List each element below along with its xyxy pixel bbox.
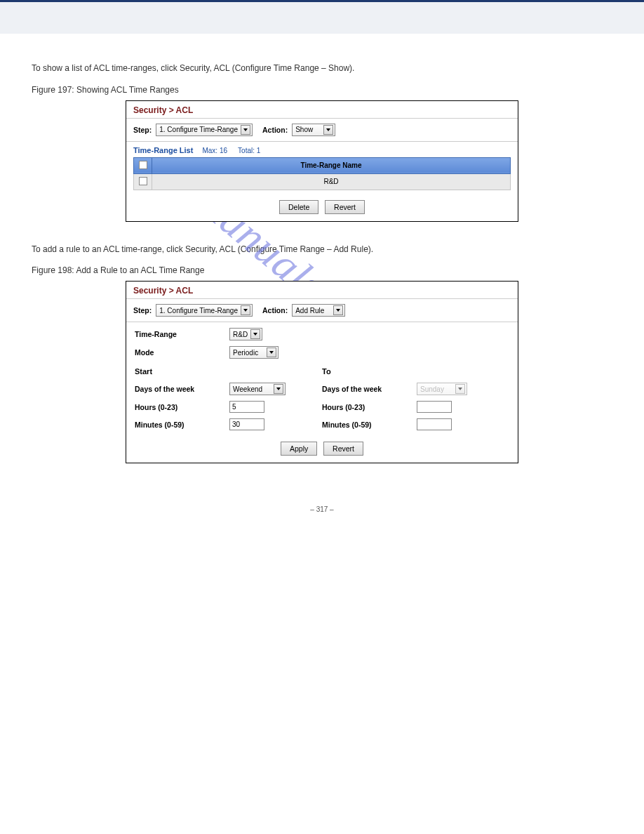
header-band: [0, 0, 644, 34]
start-dow-row: Days of the week Weekend: [135, 383, 322, 395]
to-dow-value: Sunday: [420, 385, 452, 393]
to-dow-row: Days of the week Sunday: [322, 383, 509, 395]
to-hours-label: Hours (0-23): [322, 403, 417, 411]
chevron-down-icon: [250, 329, 260, 339]
button-row-2: Apply Revert: [126, 437, 518, 463]
figure-caption-1: Figure 197: Showing ACL Time Ranges: [32, 85, 612, 95]
form-body: Time-Range R&D Mode Periodic Start Days …: [126, 322, 518, 437]
action-select-2[interactable]: Add Rule: [292, 304, 345, 317]
to-column: To Days of the week Sunday Hours (0-23) …: [322, 367, 509, 436]
to-dow-select[interactable]: Sunday: [417, 383, 467, 395]
list-total: Total: 1: [238, 147, 260, 154]
toolbar-2: Step: 1. Configure Time-Range Action: Ad…: [126, 299, 518, 322]
mode-row: Mode Periodic: [135, 346, 509, 359]
chevron-down-icon: [323, 125, 333, 135]
action-select-value-2: Add Rule: [295, 307, 330, 315]
chevron-down-icon: [333, 305, 343, 315]
instruction-para-2: To add a rule to an ACL time-range, clic…: [32, 243, 612, 256]
time-range-table: Time-Range Name R&D: [133, 157, 511, 190]
start-dow-value: Weekend: [233, 385, 271, 393]
start-hours-row: Hours (0-23): [135, 401, 322, 413]
mode-value: Periodic: [233, 349, 264, 357]
checkbox-icon: [139, 177, 147, 185]
time-range-label: Time-Range: [135, 330, 229, 338]
start-title: Start: [135, 367, 322, 376]
chevron-down-icon: [274, 384, 283, 394]
start-dow-select[interactable]: Weekend: [229, 383, 286, 395]
to-hours-input[interactable]: [417, 401, 452, 413]
to-min-label: Minutes (0-59): [322, 421, 417, 429]
screenshot-time-range-list: Security > ACL Step: 1. Configure Time-R…: [126, 100, 518, 222]
toolbar-1: Step: 1. Configure Time-Range Action: Sh…: [126, 119, 518, 142]
breadcrumb-2: Security > ACL: [126, 282, 518, 299]
col-name-header: Time-Range Name: [152, 157, 511, 173]
to-min-input[interactable]: [417, 418, 452, 430]
list-header: Time-Range List Max: 16 Total: 1: [126, 142, 518, 157]
chevron-down-icon: [267, 348, 276, 357]
row-checkbox-cell[interactable]: [134, 173, 152, 190]
revert-button[interactable]: Revert: [325, 200, 365, 214]
action-select[interactable]: Show: [292, 124, 335, 136]
start-hours-label: Hours (0-23): [135, 403, 229, 411]
page-number: – 317 –: [32, 505, 612, 513]
mode-select[interactable]: Periodic: [229, 346, 279, 359]
action-label: Action:: [262, 126, 288, 134]
to-hours-row: Hours (0-23): [322, 401, 509, 413]
instruction-para-1: To show a list of ACL time-ranges, click…: [32, 62, 612, 75]
select-all-header[interactable]: [134, 157, 152, 173]
chevron-down-icon: [241, 125, 250, 135]
row-name-cell: R&D: [152, 173, 511, 190]
step-select-value-2: 1. Configure Time-Range: [159, 307, 238, 315]
chevron-down-icon: [241, 305, 250, 315]
start-min-label: Minutes (0-59): [135, 421, 229, 429]
table-header-row: Time-Range Name: [134, 157, 511, 173]
time-range-value: R&D: [233, 331, 248, 338]
table-row: R&D: [134, 173, 511, 190]
action-label-2: Action:: [262, 306, 288, 315]
time-range-row: Time-Range R&D: [135, 328, 509, 340]
screenshot-add-rule: Security > ACL Step: 1. Configure Time-R…: [126, 281, 518, 463]
breadcrumb-1: Security > ACL: [126, 101, 518, 119]
checkbox-icon: [139, 161, 147, 169]
delete-button[interactable]: Delete: [279, 200, 318, 214]
step-select-2[interactable]: 1. Configure Time-Range: [156, 304, 253, 317]
to-title: To: [322, 367, 509, 376]
start-hours-input[interactable]: [229, 401, 264, 413]
list-max: Max: 16: [202, 147, 227, 154]
list-title: Time-Range List: [133, 146, 193, 154]
start-min-row: Minutes (0-59): [135, 418, 322, 430]
step-select[interactable]: 1. Configure Time-Range: [156, 124, 253, 136]
mode-label: Mode: [135, 348, 229, 357]
button-row-1: Delete Revert: [126, 196, 518, 221]
to-min-row: Minutes (0-59): [322, 418, 509, 430]
revert-button-2[interactable]: Revert: [323, 442, 363, 456]
start-min-input[interactable]: [229, 418, 264, 430]
start-column: Start Days of the week Weekend Hours (0-…: [135, 367, 322, 436]
chevron-down-icon: [455, 384, 465, 394]
figure-caption-2: Figure 198: Add a Rule to an ACL Time Ra…: [32, 265, 612, 275]
start-dow-label: Days of the week: [135, 385, 229, 393]
start-to-columns: Start Days of the week Weekend Hours (0-…: [135, 367, 509, 436]
step-select-value: 1. Configure Time-Range: [159, 126, 238, 133]
step-label: Step:: [133, 126, 152, 134]
action-select-value: Show: [295, 126, 321, 133]
to-dow-label: Days of the week: [322, 385, 417, 393]
step-label-2: Step:: [133, 306, 152, 315]
apply-button[interactable]: Apply: [281, 442, 317, 456]
page-content: manualshive.com To show a list of ACL ti…: [0, 34, 644, 555]
time-range-select[interactable]: R&D: [229, 328, 262, 340]
